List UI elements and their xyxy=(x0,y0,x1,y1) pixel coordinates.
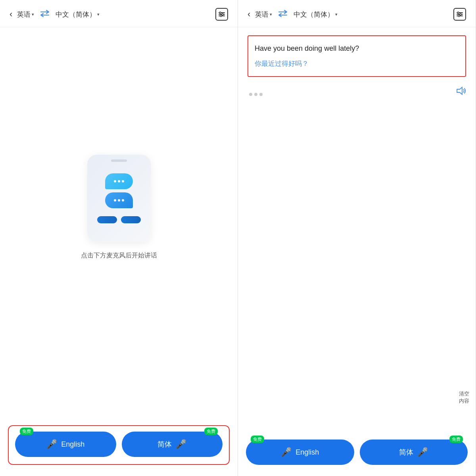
dot-3 xyxy=(259,93,263,96)
phone-buttons xyxy=(97,216,141,223)
right-target-lang-label: 中文（简体） xyxy=(294,10,334,19)
left-english-mic-button[interactable]: 免费 🎤 English xyxy=(15,432,116,457)
left-chinese-mic-button[interactable]: 免费 简体 🎤 xyxy=(122,432,223,457)
svg-point-4 xyxy=(222,13,223,15)
left-settings-button[interactable] xyxy=(215,8,228,21)
svg-point-5 xyxy=(220,15,222,17)
instruction-text: 点击下方麦克风后开始讲话 xyxy=(81,251,157,260)
left-english-mic-icon: 🎤 xyxy=(46,439,57,449)
right-chinese-mic-button[interactable]: 免费 简体 🎤 xyxy=(360,440,468,465)
left-chinese-label: 简体 xyxy=(157,440,172,449)
right-target-lang-arrow: ▾ xyxy=(335,12,338,17)
left-main-content: 点击下方麦克风后开始讲话 xyxy=(0,27,238,419)
left-mic-buttons: 免费 🎤 English 免费 简体 🎤 xyxy=(15,432,223,457)
translated-text: 你最近过得好吗？ xyxy=(255,59,459,69)
right-swap-button[interactable] xyxy=(278,10,288,19)
dot-1 xyxy=(249,93,252,96)
dot-2 xyxy=(254,93,257,96)
phone-btn-right xyxy=(121,216,141,223)
left-back-button[interactable]: ‹ xyxy=(10,9,12,19)
right-english-mic-button[interactable]: 免费 🎤 English xyxy=(246,440,354,465)
phone-illustration xyxy=(87,155,151,242)
clear-label-1: 清空 xyxy=(459,390,469,397)
svg-point-11 xyxy=(458,15,460,17)
left-english-free-badge: 免费 xyxy=(20,428,33,435)
left-english-label: English xyxy=(61,440,84,449)
left-target-lang-arrow: ▾ xyxy=(97,12,100,17)
right-back-button[interactable]: ‹ xyxy=(248,9,250,19)
right-chinese-mic-icon: 🎤 xyxy=(417,447,428,457)
left-chinese-mic-icon: 🎤 xyxy=(176,439,186,449)
right-source-lang[interactable]: 英语 ▾ xyxy=(255,10,272,19)
left-bottom-highlighted: 免费 🎤 English 免费 简体 🎤 xyxy=(8,425,230,465)
chat-bubbles xyxy=(105,173,133,208)
right-source-lang-label: 英语 xyxy=(255,10,269,19)
clear-content-button[interactable]: 清空 内容 xyxy=(459,390,469,405)
chat-bubble-left xyxy=(105,173,133,189)
svg-marker-12 xyxy=(457,87,462,94)
right-panel: ‹ 英语 ▾ 中文（简体） ▾ xyxy=(238,0,476,476)
right-settings-button[interactable] xyxy=(453,8,466,21)
right-chinese-label: 简体 xyxy=(399,447,413,457)
left-target-lang-label: 中文（简体） xyxy=(56,10,96,19)
translation-box: Have you been doing well lately? 你最近过得好吗… xyxy=(248,35,466,77)
left-chinese-free-badge: 免费 xyxy=(204,428,218,435)
loading-dots xyxy=(249,93,263,96)
source-text: Have you been doing well lately? xyxy=(255,43,459,54)
left-source-lang-arrow: ▾ xyxy=(32,12,34,17)
left-source-lang-label: 英语 xyxy=(17,10,31,19)
speaker-icon[interactable] xyxy=(456,86,466,98)
left-bottom-bar: 免费 🎤 English 免费 简体 🎤 xyxy=(0,419,238,476)
right-english-mic-icon: 🎤 xyxy=(281,447,292,457)
chat-bubble-right xyxy=(105,192,133,208)
dots-speaker-row xyxy=(248,85,466,99)
left-swap-button[interactable] xyxy=(40,10,50,19)
left-panel: ‹ 英语 ▾ 中文（简体） ▾ xyxy=(0,0,238,476)
svg-point-10 xyxy=(460,13,461,15)
left-source-lang[interactable]: 英语 ▾ xyxy=(17,10,34,19)
right-source-lang-arrow: ▾ xyxy=(270,12,272,17)
left-header: ‹ 英语 ▾ 中文（简体） ▾ xyxy=(0,0,238,27)
svg-point-3 xyxy=(219,12,221,13)
right-mic-buttons: 免费 🎤 English 免费 简体 🎤 xyxy=(246,440,468,465)
right-main-content: Have you been doing well lately? 你最近过得好吗… xyxy=(238,27,476,433)
right-chinese-free-badge: 免费 xyxy=(449,436,463,443)
right-english-free-badge: 免费 xyxy=(251,436,264,443)
right-target-lang[interactable]: 中文（简体） ▾ xyxy=(294,10,338,19)
left-target-lang[interactable]: 中文（简体） ▾ xyxy=(56,10,100,19)
svg-point-9 xyxy=(457,12,459,13)
right-header: ‹ 英语 ▾ 中文（简体） ▾ xyxy=(238,0,476,27)
right-english-label: English xyxy=(296,448,319,457)
phone-btn-left xyxy=(97,216,117,223)
right-bottom-bar: 免费 🎤 English 免费 简体 🎤 xyxy=(238,433,476,476)
clear-label-2: 内容 xyxy=(459,397,469,405)
